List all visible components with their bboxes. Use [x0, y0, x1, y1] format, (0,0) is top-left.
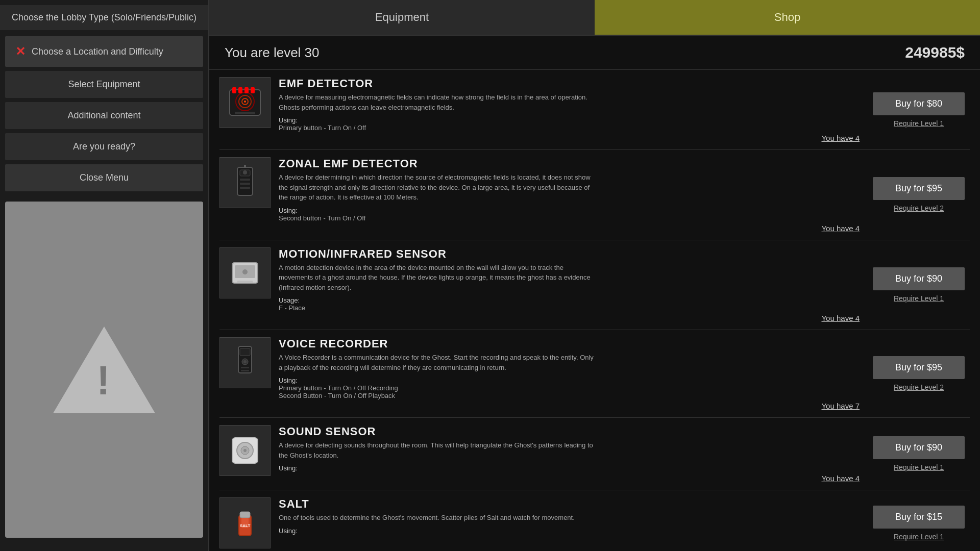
item-buy-salt: Buy for $15 Require Level 1	[868, 497, 970, 548]
item-buy-sound: Buy for $90 Require Level 1	[868, 425, 970, 483]
svg-rect-13	[240, 183, 250, 185]
sidebar-additional-label: Additional content	[67, 110, 140, 121]
svg-point-15	[243, 170, 247, 174]
shop-item-voice: VOICE RECORDER A Voice Recorder is a com…	[219, 330, 970, 418]
item-have-voice: You have 7	[279, 402, 860, 410]
item-image-emf	[219, 77, 271, 128]
main-panel: Equipment Shop You are level 30 249985$ …	[209, 0, 980, 551]
item-have-sound: You have 4	[279, 474, 860, 483]
item-name-zonal_emf: ZONAL EMF DETECTOR	[279, 157, 860, 170]
item-using-zonal_emf: Using: Second button - Turn On / Off	[279, 207, 860, 222]
item-have-emf: You have 4	[279, 134, 860, 142]
svg-rect-19	[237, 281, 253, 283]
svg-text:SALT: SALT	[240, 523, 250, 528]
level-text: You are level 30	[225, 45, 320, 61]
svg-rect-32	[240, 512, 250, 518]
require-level-sound[interactable]: Require Level 1	[894, 463, 944, 471]
item-name-motion: MOTION/INFRARED SENSOR	[279, 247, 860, 261]
item-name-sound: SOUND SENSOR	[279, 425, 860, 438]
map-preview	[5, 202, 203, 538]
item-desc-voice: A Voice Recorder is a communication devi…	[279, 353, 595, 372]
sidebar-equipment-label: Select Equipment	[68, 79, 140, 90]
shop-item-sound: SOUND SENSOR A device for detecting soun…	[219, 418, 970, 490]
sidebar-item-equipment[interactable]: Select Equipment	[5, 71, 203, 98]
item-details-zonal_emf: ZONAL EMF DETECTOR A device for determin…	[279, 157, 860, 233]
item-using-motion: Usage: F - Place	[279, 296, 860, 312]
buy-button-salt[interactable]: Buy for $15	[873, 506, 965, 529]
buy-button-motion[interactable]: Buy for $90	[873, 267, 965, 290]
svg-point-30	[243, 449, 247, 452]
sidebar-item-location[interactable]: ✕ Choose a Location and Difficulty	[5, 36, 203, 67]
shop-item-emf: EMF DETECTOR A device for measuring elec…	[219, 70, 970, 150]
sidebar-item-additional[interactable]: Additional content	[5, 102, 203, 129]
item-using-sound: Using:	[279, 464, 860, 472]
lobby-type-label[interactable]: Choose the Lobby Type (Solo/Friends/Publ…	[0, 5, 208, 30]
item-buy-zonal_emf: Buy for $95 Require Level 2	[868, 157, 970, 233]
tabs-bar: Equipment Shop	[209, 0, 980, 36]
buy-button-zonal_emf[interactable]: Buy for $95	[873, 177, 965, 200]
item-image-voice	[219, 337, 271, 388]
warning-triangle-icon	[53, 327, 155, 413]
shop-item-salt: SALT SALT One of tools used to determine…	[219, 490, 970, 551]
svg-rect-14	[240, 187, 250, 189]
buy-button-sound[interactable]: Buy for $90	[873, 436, 965, 459]
item-details-salt: SALT One of tools used to determine the …	[279, 497, 860, 548]
item-image-salt: SALT	[219, 497, 271, 548]
item-desc-motion: A motion detection device in the area of…	[279, 263, 595, 293]
shop-item-zonal_emf: ZONAL EMF DETECTOR A device for determin…	[219, 150, 970, 240]
item-image-sound	[219, 425, 271, 476]
svg-rect-12	[240, 179, 250, 181]
item-desc-sound: A device for detecting sounds throughout…	[279, 440, 595, 460]
tab-shop-label: Shop	[774, 11, 800, 24]
shop-items-list: EMF DETECTOR A device for measuring elec…	[209, 70, 980, 551]
svg-rect-5	[235, 112, 255, 114]
top-bar: You are level 30 249985$	[209, 36, 980, 70]
sidebar-ready-label: Are you ready?	[73, 141, 135, 152]
money-display: 249985$	[905, 44, 965, 61]
require-level-voice[interactable]: Require Level 2	[894, 383, 944, 391]
svg-rect-9	[251, 87, 255, 93]
x-icon: ✕	[15, 44, 26, 59]
tab-equipment-label: Equipment	[375, 11, 429, 24]
item-buy-emf: Buy for $80 Require Level 1	[868, 77, 970, 142]
close-menu-label: Close Menu	[80, 172, 129, 183]
buy-button-emf[interactable]: Buy for $80	[873, 92, 965, 115]
item-buy-motion: Buy for $90 Require Level 1	[868, 247, 970, 323]
buy-button-voice[interactable]: Buy for $95	[873, 356, 965, 379]
item-desc-salt: One of tools used to determine the Ghost…	[279, 513, 595, 523]
item-name-salt: SALT	[279, 497, 860, 511]
item-details-motion: MOTION/INFRARED SENSOR A motion detectio…	[279, 247, 860, 323]
svg-rect-22	[240, 348, 250, 356]
sidebar-item-ready[interactable]: Are you ready?	[5, 133, 203, 160]
item-using-voice: Using: Primary button - Turn On / Off Re…	[279, 377, 860, 399]
svg-point-20	[242, 269, 248, 274]
item-buy-voice: Buy for $95 Require Level 2	[868, 337, 970, 410]
require-level-zonal_emf[interactable]: Require Level 2	[894, 204, 944, 212]
svg-rect-25	[241, 367, 249, 368]
svg-rect-7	[238, 87, 242, 93]
item-details-sound: SOUND SENSOR A device for detecting soun…	[279, 425, 860, 483]
require-level-salt[interactable]: Require Level 1	[894, 533, 944, 541]
close-menu-button[interactable]: Close Menu	[5, 164, 203, 191]
svg-point-24	[243, 360, 247, 363]
item-image-zonal_emf	[219, 157, 271, 208]
item-details-voice: VOICE RECORDER A Voice Recorder is a com…	[279, 337, 860, 410]
svg-rect-8	[244, 87, 249, 93]
require-level-motion[interactable]: Require Level 1	[894, 294, 944, 303]
item-desc-zonal_emf: A device for determining in which direct…	[279, 172, 595, 203]
item-using-salt: Using:	[279, 527, 860, 535]
svg-rect-6	[232, 87, 236, 93]
tab-equipment[interactable]: Equipment	[209, 0, 595, 35]
sidebar-location-label: Choose a Location and Difficulty	[32, 46, 163, 57]
tab-shop[interactable]: Shop	[595, 0, 980, 35]
item-have-motion: You have 4	[279, 314, 860, 322]
shop-item-motion: MOTION/INFRARED SENSOR A motion detectio…	[219, 240, 970, 331]
require-level-emf[interactable]: Require Level 1	[894, 119, 944, 128]
svg-point-4	[244, 101, 246, 103]
sidebar: Choose the Lobby Type (Solo/Friends/Publ…	[0, 0, 209, 551]
item-name-emf: EMF DETECTOR	[279, 77, 860, 90]
item-have-zonal_emf: You have 4	[279, 224, 860, 233]
item-details-emf: EMF DETECTOR A device for measuring elec…	[279, 77, 860, 142]
item-desc-emf: A device for measuring electromagnetic f…	[279, 92, 595, 112]
item-name-voice: VOICE RECORDER	[279, 337, 860, 350]
